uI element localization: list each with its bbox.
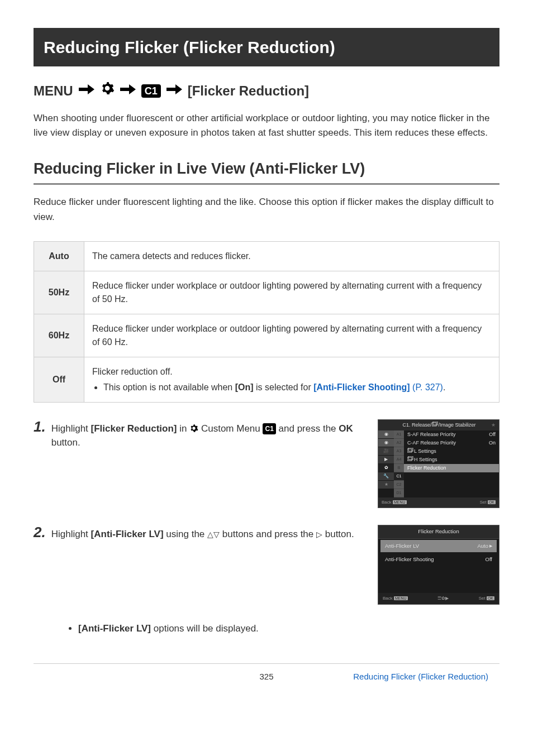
menu-path: MENU C1 [Flicker Reduction] <box>34 81 499 101</box>
step-2: 2. Highlight [Anti-Flicker LV] using the… <box>34 525 499 604</box>
svg-rect-4 <box>407 457 412 461</box>
table-row: Off Flicker reduction off. This option i… <box>34 357 499 402</box>
option-desc: Flicker reduction off. This option is no… <box>84 357 499 402</box>
subtab-selected: C1 <box>394 472 404 481</box>
camera-menu-screenshot-2: Flicker Reduction Anti-Flicker LV Auto ▶… <box>378 525 499 604</box>
step-number: 2. <box>34 525 46 539</box>
subtab: A3 <box>394 447 404 456</box>
step-2-bullet: [Anti-Flicker LV] options will be displa… <box>34 621 499 636</box>
svg-rect-0 <box>432 423 436 426</box>
step-1: 1. Highlight [Flicker Reduction] in Cust… <box>34 419 499 509</box>
ok-button-icon: OK <box>487 596 494 600</box>
page-title-bar: Reducing Flicker (Flicker Reduction) <box>34 28 499 66</box>
page-number: 325 <box>193 671 341 683</box>
arrow-right-icon <box>79 81 94 101</box>
menu-label: MENU <box>34 81 73 101</box>
arrow-right-icon <box>120 81 136 101</box>
menu-row-selected: Flicker Reduction <box>404 464 499 472</box>
subtab: D1 <box>394 489 404 497</box>
page-footer: 325 Reducing Flicker (Flicker Reduction) <box>34 663 499 683</box>
section-heading: Reducing Flicker in Live View (Anti-Flic… <box>34 157 499 185</box>
option-desc: The camera detects and reduces flicker. <box>84 241 499 271</box>
tab-setup-icon: 🔧 <box>378 472 394 481</box>
table-row: Auto The camera detects and reduces flic… <box>34 241 499 271</box>
menu-row: S-AF Release PriorityOff <box>404 430 499 439</box>
subtab: C2 <box>394 481 404 489</box>
subtab: B <box>394 464 404 472</box>
svg-rect-2 <box>407 449 412 452</box>
option-desc: Reduce flicker under workplace or outdoo… <box>84 314 499 357</box>
right-arrow-icon: ▷ <box>316 530 322 539</box>
nav-indicator-icon: ☰✿▶ <box>437 595 449 602</box>
subtab: A2 <box>394 439 404 447</box>
sequential-icon <box>432 422 439 428</box>
step-body: Highlight [Anti-Flicker LV] using the △▽… <box>51 525 354 542</box>
up-down-arrow-icon: △▽ <box>207 530 220 539</box>
camera-menu-screenshot-1: C1. Release//Image Stabilizer ★ ◉ ◉ 🎥 ▶ … <box>378 419 499 509</box>
menu-target: [Flicker Reduction] <box>188 81 309 101</box>
step-number: 1. <box>34 419 46 434</box>
option-desc: Reduce flicker under workplace or outdoo… <box>84 271 499 314</box>
svg-rect-1 <box>433 422 437 425</box>
tab-camera2-icon: ◉ <box>378 439 394 447</box>
menu-row: C-AF Release PriorityOn <box>404 439 499 447</box>
svg-rect-5 <box>408 456 413 460</box>
subtab: A1 <box>394 430 404 439</box>
c1-tab-icon: C1 <box>263 423 275 434</box>
menu-row: H Settings <box>404 456 499 464</box>
gear-icon <box>189 423 198 434</box>
star-icon: ★ <box>491 422 496 429</box>
c1-tab-icon: C1 <box>141 84 161 98</box>
screenshot-title: Flicker Reduction <box>378 525 499 538</box>
intro-text: When shooting under fluorescent or other… <box>34 111 499 141</box>
sequential-high-icon <box>407 457 414 462</box>
sequential-low-icon <box>407 448 414 454</box>
ok-button-icon: OK <box>488 500 496 504</box>
anti-flicker-shooting-link[interactable]: [Anti-Flicker Shooting] <box>313 382 410 392</box>
arrow-right-icon <box>166 81 182 101</box>
options-table: Auto The camera detects and reduces flic… <box>34 241 499 403</box>
menu-row: L Settings <box>404 447 499 456</box>
menu-row-selected: Anti-Flicker LV Auto ▶ <box>380 540 497 552</box>
table-row: 50Hz Reduce flicker under workplace or o… <box>34 271 499 314</box>
subtab: A4 <box>394 456 404 464</box>
chevron-right-icon: ▶ <box>489 543 492 549</box>
svg-rect-3 <box>408 448 413 451</box>
option-label: 50Hz <box>34 271 84 314</box>
option-label: 60Hz <box>34 314 84 357</box>
option-label: Off <box>34 357 84 402</box>
step-body: Highlight [Flicker Reduction] in Custom … <box>51 419 367 450</box>
breadcrumb-link[interactable]: Reducing Flicker (Flicker Reduction) <box>340 671 488 683</box>
section-intro: Reduce flicker under fluorescent lightin… <box>34 195 499 224</box>
option-label: Auto <box>34 241 84 271</box>
table-row: 60Hz Reduce flicker under workplace or o… <box>34 314 499 357</box>
page-ref-link[interactable]: (P. 327) <box>410 382 443 392</box>
menu-row: Anti-Flicker Shooting Off <box>380 553 497 566</box>
menu-button-icon: MENU <box>393 500 407 504</box>
tab-gear-icon: ✿ <box>378 464 394 472</box>
tab-camera-icon: ◉ <box>378 430 394 439</box>
tab-my-icon: ★ <box>378 481 394 489</box>
tab-movie-icon: 🎥 <box>378 447 394 456</box>
tab-playback-icon: ▶ <box>378 456 394 464</box>
menu-button-icon: MENU <box>394 596 408 600</box>
gear-icon <box>100 81 115 101</box>
